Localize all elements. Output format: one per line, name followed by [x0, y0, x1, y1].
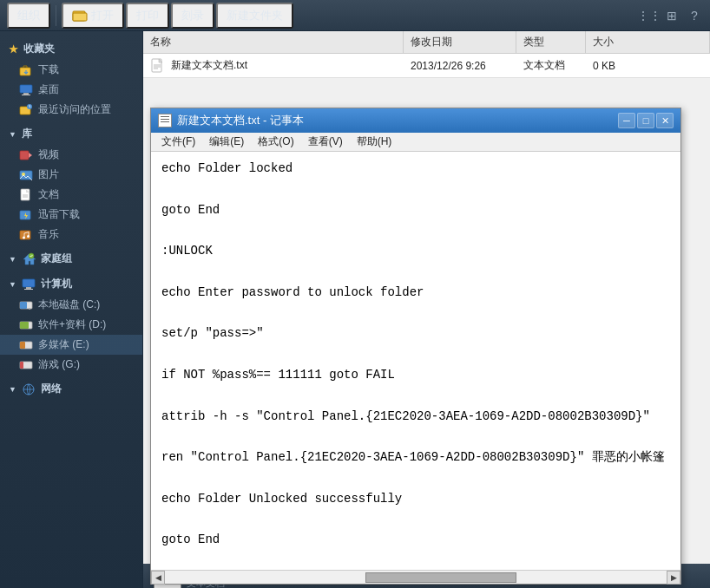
notepad-title: 新建文本文档.txt - 记事本 — [177, 113, 613, 128]
new-folder-button[interactable]: 新建文件夹 — [216, 3, 293, 29]
notepad-app-icon — [158, 114, 172, 127]
svg-point-18 — [23, 236, 25, 238]
svg-marker-9 — [29, 153, 32, 158]
sidebar-section-library: ▼ 库 视频 图片 — [0, 123, 142, 245]
svg-rect-28 — [20, 322, 29, 329]
minimize-icon: ─ — [623, 115, 630, 126]
pictures-label: 图片 — [38, 167, 59, 182]
col-size-label: 大小 — [593, 35, 614, 49]
notepad-titlebar: 新建文本文档.txt - 记事本 ─ □ ✕ — [151, 108, 680, 133]
svg-point-26 — [29, 308, 30, 310]
svg-rect-4 — [23, 93, 29, 95]
drive-e-icon — [19, 338, 33, 352]
col-name-label: 名称 — [150, 35, 171, 49]
table-row[interactable]: 新建文本文档.txt 2013/12/26 9:26 文本文档 0 KB — [143, 54, 710, 78]
file-cell-size: 0 KB — [586, 60, 710, 72]
col-header-date[interactable]: 修改日期 — [404, 31, 516, 53]
file-header: 名称 修改日期 类型 大小 — [143, 31, 710, 54]
open-button[interactable]: 打开 — [62, 3, 124, 29]
videos-icon — [19, 148, 33, 162]
network-icon — [22, 382, 36, 396]
hscroll-thumb[interactable] — [365, 572, 516, 583]
svg-rect-8 — [20, 151, 29, 160]
favorites-arrow: ★ — [9, 43, 18, 56]
sidebar-header-homegroup[interactable]: ▼ 家庭组 — [0, 248, 142, 270]
sidebar-item-software-d[interactable]: 软件+资料 (D:) — [0, 315, 142, 335]
file-size: 0 KB — [593, 60, 615, 72]
sidebar-section-homegroup: ▼ 家庭组 — [0, 248, 142, 270]
svg-rect-23 — [24, 289, 33, 290]
restore-button[interactable]: □ — [637, 113, 654, 128]
help-icon[interactable]: ? — [686, 7, 703, 24]
svg-point-19 — [27, 235, 30, 238]
view-grid-icon[interactable]: ⊞ — [663, 7, 680, 24]
sidebar-item-games-g[interactable]: 游戏 (G:) — [0, 355, 142, 375]
file-cell-type: 文本文档 — [516, 58, 586, 73]
menu-format[interactable]: 格式(O) — [251, 133, 300, 151]
sidebar-section-favorites: ★ 收藏夹 下载 桌面 — [0, 38, 142, 120]
sidebar-header-computer[interactable]: ▼ 计算机 — [0, 273, 142, 295]
notepad-content[interactable]: echo Folder locked goto End :UNLOCK echo… — [151, 152, 680, 570]
close-button[interactable]: ✕ — [656, 113, 674, 128]
documents-icon — [19, 188, 33, 202]
desktop-label: 桌面 — [38, 82, 59, 97]
col-header-name[interactable]: 名称 — [143, 31, 404, 53]
toolbar-right: ⋮⋮ ⊞ ? — [641, 7, 703, 24]
col-header-type[interactable]: 类型 — [516, 31, 586, 53]
sidebar-item-pictures[interactable]: 图片 — [0, 165, 142, 185]
menu-view[interactable]: 查看(V) — [301, 133, 350, 151]
svg-rect-2 — [20, 68, 30, 75]
computer-icon — [22, 278, 36, 291]
desktop-icon — [19, 83, 33, 97]
hscroll-left-button[interactable]: ◀ — [151, 571, 165, 585]
hscroll-track[interactable] — [165, 571, 667, 584]
games-g-label: 游戏 (G:) — [38, 357, 80, 372]
notepad-hscrollbar[interactable]: ◀ ▶ — [151, 570, 680, 584]
col-header-size[interactable]: 大小 — [586, 31, 710, 53]
hscroll-right-button[interactable]: ▶ — [667, 571, 680, 585]
svg-rect-25 — [20, 302, 27, 309]
menu-help[interactable]: 帮助(H) — [350, 133, 399, 151]
sidebar-header-favorites[interactable]: ★ 收藏夹 — [0, 38, 142, 60]
file-type: 文本文档 — [523, 59, 565, 71]
thunder-icon — [19, 208, 33, 222]
notepad-text: echo Folder locked goto End :UNLOCK echo… — [161, 159, 670, 570]
svg-rect-3 — [20, 85, 32, 93]
menu-file[interactable]: 文件(F) — [154, 133, 202, 151]
recent-icon — [19, 103, 33, 117]
burn-button[interactable]: 刻录 — [171, 3, 214, 29]
recent-label: 最近访问的位置 — [38, 102, 111, 117]
svg-rect-5 — [22, 95, 30, 95]
sidebar-item-downloads[interactable]: 下载 — [0, 60, 142, 80]
sidebar-item-media-e[interactable]: 多媒体 (E:) — [0, 335, 142, 355]
sidebar-item-desktop[interactable]: 桌面 — [0, 80, 142, 100]
sidebar-item-music[interactable]: 音乐 — [0, 225, 142, 245]
music-label: 音乐 — [38, 227, 59, 242]
file-name: 新建文本文档.txt — [171, 58, 247, 73]
restore-icon: □ — [643, 115, 649, 126]
file-area: 名称 修改日期 类型 大小 新建文本文档.tx — [143, 31, 710, 588]
organize-button[interactable]: 组织 — [7, 3, 50, 29]
print-label: 打印 — [136, 8, 159, 23]
sidebar-item-thunder[interactable]: 迅雷下载 — [0, 205, 142, 225]
homegroup-arrow: ▼ — [9, 255, 16, 264]
menu-dots-icon[interactable]: ⋮⋮ — [641, 7, 658, 24]
computer-label: 计算机 — [41, 277, 72, 291]
sidebar-header-library[interactable]: ▼ 库 — [0, 123, 142, 145]
drive-g-icon — [19, 358, 33, 372]
open-label: 打开 — [91, 8, 114, 23]
sidebar-item-videos[interactable]: 视频 — [0, 145, 142, 165]
pictures-icon — [19, 168, 33, 182]
burn-label: 刻录 — [181, 8, 204, 23]
sidebar-section-network: ▼ 网络 — [0, 378, 142, 400]
homegroup-icon — [22, 252, 36, 266]
sidebar-header-network[interactable]: ▼ 网络 — [0, 378, 142, 400]
minimize-button[interactable]: ─ — [618, 113, 635, 128]
sidebar-item-documents[interactable]: 文档 — [0, 185, 142, 205]
sidebar-item-recent[interactable]: 最近访问的位置 — [0, 100, 142, 120]
print-button[interactable]: 打印 — [126, 3, 169, 29]
software-d-label: 软件+资料 (D:) — [38, 317, 106, 332]
favorites-label: 收藏夹 — [23, 42, 55, 56]
menu-edit[interactable]: 编辑(E) — [202, 133, 251, 151]
sidebar-item-local-c[interactable]: 本地磁盘 (C:) — [0, 295, 142, 315]
